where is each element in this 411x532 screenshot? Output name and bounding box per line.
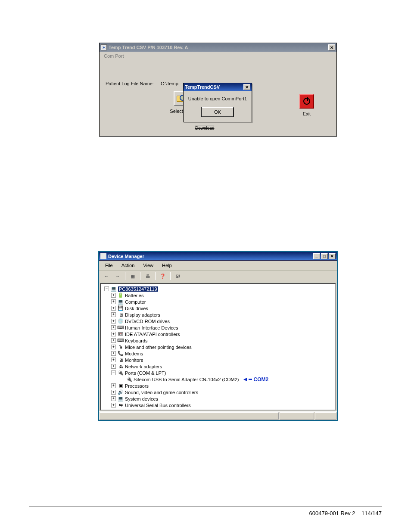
bottom-rule bbox=[29, 507, 382, 507]
device-category-icon: 📼 bbox=[118, 331, 124, 337]
minimize-icon[interactable]: _ bbox=[313, 253, 320, 259]
menu-bar: File Action View Help bbox=[99, 261, 337, 271]
scan-button[interactable]: 🖳 bbox=[173, 272, 183, 280]
tree-node[interactable]: Sound, video and game controllers bbox=[125, 390, 198, 395]
arrow-left-icon bbox=[243, 378, 247, 381]
dialog-titlebar[interactable]: TempTrendCSV ✕ bbox=[184, 83, 252, 91]
expand-toggle[interactable]: + bbox=[111, 325, 116, 330]
tree-node[interactable]: Modems bbox=[125, 351, 143, 356]
tree-node[interactable]: Disk drives bbox=[125, 306, 148, 311]
expand-toggle[interactable]: + bbox=[111, 383, 116, 388]
device-category-icon: 💻 bbox=[118, 299, 124, 305]
tree-node[interactable]: Computer bbox=[125, 299, 146, 305]
port-icon: 🔌 bbox=[126, 376, 132, 382]
temp-trend-window: ✶ Temp Trend CSV P/N 103710 Rev. A ✕ Com… bbox=[99, 43, 337, 137]
device-category-icon: 💻 bbox=[118, 396, 124, 401]
computer-icon: 💻 bbox=[111, 286, 117, 292]
expand-toggle[interactable]: + bbox=[111, 390, 116, 395]
tree-node[interactable]: Monitors bbox=[125, 358, 143, 363]
back-button[interactable]: ← bbox=[102, 272, 111, 280]
window-titlebar[interactable]: ✶ Temp Trend CSV P/N 103710 Rev. A ✕ bbox=[100, 43, 336, 52]
tree-node[interactable]: Human Interface Devices bbox=[125, 325, 178, 330]
expand-toggle[interactable]: + bbox=[111, 338, 116, 343]
device-tree[interactable]: − 💻 PC863512472119 +🔋Batteries+💻Computer… bbox=[100, 283, 336, 411]
window-title: Temp Trend CSV P/N 103710 Rev. A bbox=[109, 45, 188, 50]
tree-node[interactable]: Universal Serial Bus controllers bbox=[125, 403, 191, 408]
close-icon[interactable]: ✕ bbox=[329, 253, 336, 259]
error-dialog: TempTrendCSV ✕ Unable to open CommPort1 … bbox=[183, 83, 252, 122]
exit-label: Exit bbox=[303, 111, 311, 116]
device-category-icon: 🔊 bbox=[118, 389, 124, 395]
expand-toggle[interactable]: + bbox=[111, 319, 116, 324]
device-category-icon: 🖱 bbox=[118, 344, 124, 350]
tree-node[interactable]: Keyboards bbox=[125, 338, 148, 343]
forward-button[interactable]: → bbox=[113, 272, 122, 280]
tree-node[interactable]: Display adapters bbox=[125, 312, 160, 317]
device-manager-window: Device Manager _ □ ✕ File Action View He… bbox=[98, 251, 338, 421]
window-title: Device Manager bbox=[108, 254, 144, 259]
properties-button[interactable]: ▦ bbox=[128, 272, 137, 280]
expand-toggle[interactable]: + bbox=[111, 396, 116, 401]
page-footer: 600479-001 Rev 2 114/147 bbox=[309, 510, 382, 516]
power-icon bbox=[303, 98, 310, 105]
footer-page: 114/147 bbox=[361, 510, 382, 516]
exit-button[interactable] bbox=[299, 94, 314, 109]
dialog-message: Unable to open CommPort1 bbox=[187, 96, 248, 101]
footer-doc-id: 600479-001 Rev 2 bbox=[309, 510, 355, 516]
window-titlebar[interactable]: Device Manager _ □ ✕ bbox=[99, 252, 337, 261]
tree-node[interactable]: IDE ATA/ATAPI controllers bbox=[125, 332, 180, 337]
expand-toggle[interactable]: − bbox=[104, 286, 109, 291]
tree-node[interactable]: System devices bbox=[125, 396, 158, 401]
expand-toggle[interactable]: + bbox=[111, 332, 116, 336]
expand-toggle[interactable]: + bbox=[111, 293, 116, 298]
dialog-title: TempTrendCSV bbox=[185, 84, 220, 90]
com2-annotation: COM2 bbox=[243, 376, 269, 383]
expand-toggle[interactable]: + bbox=[111, 364, 116, 369]
device-category-icon: 📞 bbox=[118, 351, 124, 356]
top-rule bbox=[29, 26, 382, 26]
root-node[interactable]: PC863512472119 bbox=[118, 286, 158, 292]
menu-file[interactable]: File bbox=[102, 261, 116, 269]
close-icon[interactable]: ✕ bbox=[328, 44, 335, 50]
download-label-obscured: Download bbox=[195, 125, 214, 131]
device-category-icon: ⇋ bbox=[118, 402, 124, 408]
print-button[interactable]: 🖶 bbox=[143, 272, 153, 280]
tree-node[interactable]: Mice and other pointing devices bbox=[125, 345, 192, 350]
status-bar bbox=[99, 411, 337, 420]
tree-node[interactable]: Batteries bbox=[125, 293, 143, 298]
menu-com-port[interactable]: Com Port bbox=[100, 52, 336, 60]
patient-log-label: Patient Log File Name: bbox=[106, 81, 154, 86]
menu-help[interactable]: Help bbox=[159, 261, 175, 269]
expand-toggle[interactable]: + bbox=[111, 358, 116, 362]
device-category-icon: ⌨ bbox=[118, 325, 124, 330]
tree-node-ports[interactable]: Ports (COM & LPT) bbox=[125, 370, 166, 376]
ok-button[interactable]: OK bbox=[202, 107, 234, 117]
close-icon[interactable]: ✕ bbox=[243, 84, 250, 90]
tree-node[interactable]: DVD/CD-ROM drives bbox=[125, 319, 170, 324]
expand-toggle[interactable]: + bbox=[111, 345, 116, 349]
expand-toggle[interactable]: + bbox=[111, 306, 116, 311]
help-button[interactable]: ❓ bbox=[158, 272, 168, 280]
menu-action[interactable]: Action bbox=[118, 261, 138, 269]
device-category-icon: 💿 bbox=[118, 318, 124, 324]
toolbar: ← → ▦ 🖶 ❓ 🖳 bbox=[99, 271, 337, 282]
device-category-icon: ⌨ bbox=[118, 338, 124, 343]
device-category-icon: 🖥 bbox=[118, 357, 124, 363]
tree-node[interactable]: Network adapters bbox=[125, 364, 162, 369]
app-icon: ✶ bbox=[101, 44, 107, 50]
expand-toggle[interactable]: + bbox=[111, 312, 116, 317]
device-category-icon: 💾 bbox=[118, 305, 124, 311]
device-category-icon: 🖧 bbox=[118, 364, 124, 369]
menu-view[interactable]: View bbox=[140, 261, 157, 269]
expand-toggle[interactable]: + bbox=[111, 299, 116, 304]
tree-node-com2[interactable]: Sitecom USB to Serial Adapter CN-104v2 (… bbox=[134, 377, 239, 382]
file-path-value: C:\Temp bbox=[161, 81, 178, 86]
devmgr-icon bbox=[100, 253, 106, 259]
tree-node[interactable]: Processors bbox=[125, 383, 149, 389]
device-category-icon: 🔋 bbox=[118, 292, 124, 298]
expand-toggle[interactable]: + bbox=[111, 351, 116, 356]
expand-toggle[interactable]: + bbox=[111, 403, 116, 408]
ports-icon: 🔌 bbox=[118, 370, 124, 376]
maximize-icon[interactable]: □ bbox=[321, 253, 328, 259]
expand-toggle[interactable]: − bbox=[111, 370, 116, 375]
